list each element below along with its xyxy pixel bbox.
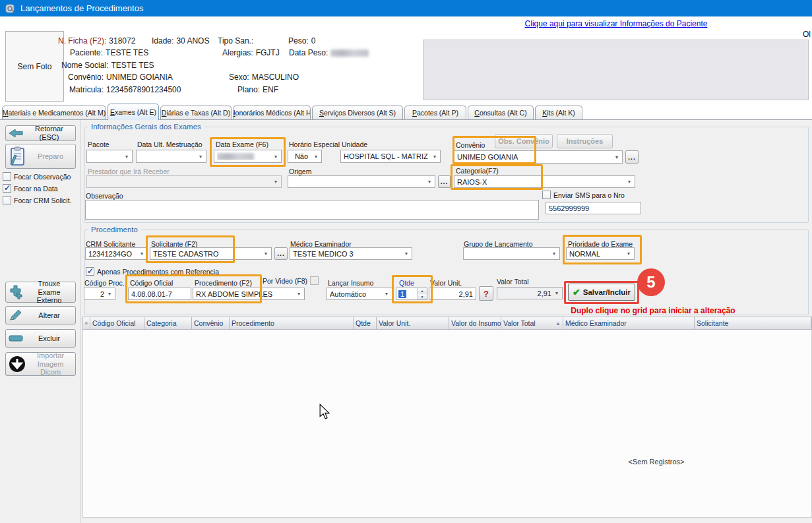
data-exame-combobox[interactable]: ▾ — [214, 150, 282, 163]
tab-consultas[interactable]: Consultas (Alt C) — [468, 106, 534, 119]
data-ult-mestruacao-combobox[interactable]: ▾ — [136, 150, 206, 163]
excluir-label: Excluir — [26, 334, 73, 343]
pacote-combobox[interactable]: ▾ — [86, 150, 133, 163]
spinner-down-icon[interactable]: ▼ — [418, 294, 427, 300]
back-arrow-icon — [9, 129, 23, 138]
patient-info-link[interactable]: Clique aqui para visualizar Informações … — [423, 19, 809, 28]
lancar-insumo-label: Lançar Insumo — [328, 279, 373, 287]
data-ult-mestruacao-label: Data Ult. Mestruação — [137, 140, 203, 148]
convenio-browse-button[interactable]: ... — [625, 150, 639, 164]
grid-column-m-dico-examinador[interactable]: Médico Examinador — [563, 317, 695, 329]
nome-social-label: Nome Social: — [61, 61, 108, 70]
procedimento-label: Procedimento (F2) — [195, 279, 252, 287]
horario-especial-label: Horário Especial — [289, 140, 340, 148]
patient-photo-placeholder: Sem Foto — [5, 31, 64, 102]
spinner-up-icon[interactable]: ▲ — [418, 288, 427, 294]
dropdown-arrow-icon: ▾ — [272, 154, 280, 160]
observacao-textarea[interactable] — [85, 200, 539, 220]
horario-especial-combobox[interactable]: Não▾ — [288, 150, 322, 163]
grid-body[interactable] — [82, 330, 812, 518]
grid-column-conv-nio[interactable]: Convênio — [192, 317, 230, 329]
medico-examinador-combobox[interactable]: TESTE MEDICO 3▾ — [290, 247, 412, 260]
dropdown-arrow-icon: ▾ — [262, 251, 270, 257]
tab-exames[interactable]: Exames (Alt E) — [108, 104, 159, 120]
tab-materiais[interactable]: Materiais e Medicamentos (Alt M) — [2, 106, 106, 119]
matricula-label: Matricula: — [69, 85, 104, 94]
obs-convenio-button[interactable]: Obs. Convênio — [495, 134, 553, 148]
dropdown-arrow-icon: ▾ — [625, 251, 633, 257]
redacted-value — [330, 49, 369, 57]
checkbox-icon — [3, 172, 11, 181]
data-peso-label: Data Peso: — [289, 48, 328, 57]
alterar-button[interactable]: Alterar — [5, 306, 76, 324]
unidade-label: Unidade — [342, 140, 367, 148]
grid-column-solicitante[interactable]: Solicitante — [695, 317, 811, 329]
salvar-incluir-button[interactable]: ✔ Salvar/Incluir — [568, 284, 635, 301]
solicitante-combobox[interactable]: TESTE CADASTRO▾ — [150, 247, 272, 260]
valor-unit-input[interactable]: 2,91 — [429, 288, 476, 300]
procedimento-combobox[interactable]: RX ABDOME SIMPLES▾ — [193, 288, 305, 300]
apenas-referencia-checkbox[interactable]: Apenas Procedimentos com Referencia — [86, 267, 219, 276]
valor-total-combobox[interactable]: 2,91▾ — [497, 287, 563, 299]
sidebar-checkbox-1[interactable]: Focar Observação — [3, 172, 71, 181]
green-check-icon: ✔ — [573, 287, 580, 297]
grid-column-valor-unit-[interactable]: Valor Unit. — [377, 317, 449, 329]
alterar-label: Alterar — [26, 311, 73, 320]
sidebar-checkbox-3[interactable]: Focar CRM Solicit. — [3, 196, 72, 204]
por-video-checkbox[interactable]: Por Video (F8) — [263, 276, 319, 285]
instrucoes-button[interactable]: Instruções — [557, 134, 613, 148]
procedure-group-title: Procedimento — [88, 226, 141, 233]
dropdown-arrow-icon: ▾ — [106, 291, 113, 297]
lancar-insumo-combobox[interactable]: Automático▾ — [327, 288, 392, 300]
crm-solicitante-combobox[interactable]: 12341234GO▾ — [85, 247, 148, 260]
prestador-combobox[interactable]: ▾ — [86, 175, 282, 188]
categoria-combobox[interactable]: RAIOS-X▾ — [454, 175, 635, 188]
step-badge: 5 — [637, 268, 665, 296]
preparo-button[interactable]: Preparo — [5, 144, 76, 169]
dropdown-arrow-icon: ▾ — [272, 179, 280, 185]
window-title: Lançamentos de Procedimentos — [20, 3, 143, 13]
double-plus-icon — [9, 285, 23, 299]
categoria-label: Categoria(F7) — [456, 167, 499, 175]
origem-combobox[interactable]: ▾ — [288, 175, 435, 188]
peso-label: Peso: — [288, 36, 309, 46]
dropdown-arrow-icon: ▾ — [625, 179, 633, 185]
checkbox-icon — [3, 184, 11, 193]
grid-empty-text: <Sem Registros> — [610, 458, 703, 466]
download-circle-icon — [9, 355, 26, 373]
origem-browse-button[interactable]: ... — [438, 175, 451, 188]
tab-pacotes[interactable]: Pacotes (Alt P) — [404, 106, 466, 119]
codigo-oficial-input[interactable]: 4.08.08.01-7 — [128, 288, 191, 300]
grupo-lancamento-combobox[interactable]: ▾ — [463, 247, 560, 260]
tab-serviços[interactable]: Serviços Diversos (Alt S) — [312, 106, 403, 119]
grid-column-valor-total[interactable]: Valor Total▲ — [501, 317, 563, 329]
excluir-button[interactable]: Excluir — [5, 329, 76, 348]
grid-column-qtde[interactable]: Qtde — [354, 317, 377, 329]
qtde-label: Qtde — [399, 279, 414, 287]
grid-column-procedimento[interactable]: Procedimento — [230, 317, 354, 329]
prioridade-combobox[interactable]: NORMAL▾ — [566, 247, 635, 260]
convenio-exame-combobox[interactable]: UNIMED GOIANIA▾ — [454, 150, 623, 164]
qtde-spinner[interactable]: 1 ▲▼ — [396, 288, 427, 300]
importar-dicom-button[interactable]: Importar Imagem Dicom — [5, 352, 76, 376]
solicitante-browse-button[interactable]: ... — [274, 247, 288, 260]
tab-kits[interactable]: Kits (Alt K) — [535, 106, 582, 119]
sms-number-input[interactable]: 5562999999 — [546, 202, 641, 214]
enviar-sms-checkbox[interactable]: Enviar SMS para o Nro — [542, 191, 625, 199]
grid-column-valor-do-insumo[interactable]: Valor do Insumo — [449, 317, 501, 329]
dropdown-arrow-icon: ▾ — [431, 154, 439, 160]
codigo-proc-combobox[interactable]: 2▾ — [84, 288, 115, 300]
grid-column-categoria[interactable]: Categoria — [144, 317, 192, 329]
dropdown-arrow-icon: ▾ — [312, 154, 320, 160]
help-question-button[interactable]: ? — [479, 286, 493, 301]
tab-diárias[interactable]: Diárias e Taxas (Alt D) — [160, 106, 232, 119]
unidade-combobox[interactable]: HOSPITAL SQL - MATRIZ▾ — [340, 150, 441, 163]
grid-column-c-digo-oficial[interactable]: Código Oficial — [90, 317, 144, 329]
sidebar-checkbox-2[interactable]: Focar na Data — [3, 184, 58, 193]
redacted-value — [217, 153, 254, 160]
trouxe-exame-button[interactable]: Trouxe Exame Externo — [5, 282, 76, 303]
tab-honorários[interactable]: Honorários Médicos (Alt H) — [233, 106, 311, 119]
retornar-button[interactable]: Retornar (ESC) — [5, 125, 76, 141]
valor-unit-label: Valor Unit. — [430, 279, 462, 287]
codigo-proc-label: Código Proc. — [84, 279, 125, 287]
